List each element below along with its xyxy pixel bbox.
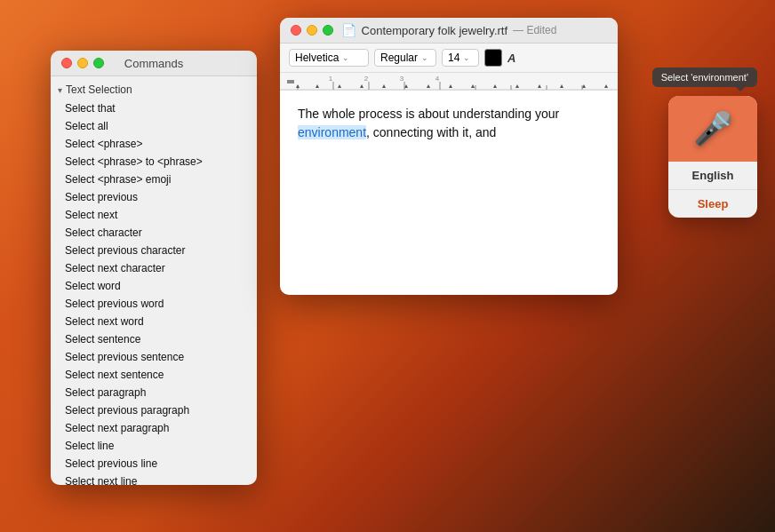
minimize-button[interactable] <box>77 58 88 68</box>
chevron-icon: ▾ <box>58 85 62 95</box>
list-item[interactable]: Select that <box>51 99 257 117</box>
size-selector[interactable]: 14 ⌄ <box>442 49 479 67</box>
svg-text:2: 2 <box>364 75 369 83</box>
list-item[interactable]: Select next line <box>51 472 257 485</box>
svg-text:1: 1 <box>329 75 333 83</box>
commands-list: ▾ Text Selection Select thatSelect allSe… <box>51 76 257 485</box>
list-item[interactable]: Select next paragraph <box>51 419 257 437</box>
svg-rect-30 <box>287 80 294 83</box>
list-item[interactable]: Select next sentence <box>51 366 257 384</box>
list-item[interactable]: Select <phrase> to <phrase> <box>51 153 257 171</box>
doc-titlebar: 📄 Contemporary folk jewelry.rtf — Edited <box>280 18 618 44</box>
list-item[interactable]: Select previous <box>51 188 257 206</box>
list-item[interactable]: Select previous line <box>51 455 257 472</box>
font-selector[interactable]: Helvetica ⌄ <box>289 49 369 67</box>
list-item[interactable]: Select <phrase> emoji <box>51 171 257 188</box>
voice-language[interactable]: English <box>668 162 757 190</box>
edited-badge: — Edited <box>513 24 556 36</box>
mic-area[interactable]: 🎤 <box>668 96 757 162</box>
doc-toolbar: Helvetica ⌄ Regular ⌄ 14 ⌄ A <box>280 44 618 73</box>
list-item[interactable]: Select all <box>51 117 257 135</box>
list-item[interactable]: Select next character <box>51 259 257 277</box>
commands-title: Commands <box>124 57 183 70</box>
text-after: , connecting with it, and <box>366 125 496 139</box>
list-item[interactable]: Select previous character <box>51 242 257 259</box>
ruler-svg: 1 2 3 4 <box>280 73 618 91</box>
close-button[interactable] <box>61 58 72 68</box>
font-style: Regular <box>380 52 418 64</box>
commands-window: Commands ▾ Text Selection Select thatSel… <box>51 51 257 485</box>
doc-title: 📄 Contemporary folk jewelry.rtf — Edited <box>341 23 557 37</box>
highlighted-word: environment <box>298 125 366 139</box>
doc-content[interactable]: The whole process is about understanding… <box>280 91 618 295</box>
list-item[interactable]: Select <phrase> <box>51 135 257 153</box>
style-selector[interactable]: Regular ⌄ <box>374 49 436 67</box>
voice-sleep-button[interactable]: Sleep <box>668 190 757 218</box>
doc-window: 📄 Contemporary folk jewelry.rtf — Edited… <box>280 18 618 295</box>
doc-filename: Contemporary folk jewelry.rtf <box>362 24 507 37</box>
font-chevron-icon: ⌄ <box>342 53 349 62</box>
doc-maximize-button[interactable] <box>323 25 333 36</box>
section-label: Text Selection <box>66 83 132 96</box>
italic-button[interactable]: A <box>507 52 515 65</box>
font-size: 14 <box>448 52 459 64</box>
voice-tooltip: Select 'environment' <box>652 67 757 87</box>
font-name: Helvetica <box>295 52 339 64</box>
list-item[interactable]: Select paragraph <box>51 384 257 401</box>
size-chevron-icon: ⌄ <box>463 53 470 62</box>
list-item[interactable]: Select word <box>51 277 257 295</box>
list-item[interactable]: Select sentence <box>51 330 257 348</box>
svg-text:3: 3 <box>400 75 404 83</box>
color-swatch[interactable] <box>484 49 502 67</box>
desktop: Commands ▾ Text Selection Select thatSel… <box>0 0 775 532</box>
list-item[interactable]: Select next word <box>51 313 257 330</box>
list-item[interactable]: Select character <box>51 224 257 242</box>
svg-text:4: 4 <box>435 75 440 83</box>
section-header: ▾ Text Selection <box>51 80 257 99</box>
doc-minimize-button[interactable] <box>307 25 317 36</box>
maximize-button[interactable] <box>93 58 104 68</box>
style-chevron-icon: ⌄ <box>421 53 428 62</box>
commands-titlebar: Commands <box>51 51 257 76</box>
list-item[interactable]: Select previous paragraph <box>51 401 257 419</box>
list-item[interactable]: Select next <box>51 206 257 224</box>
voice-widget: Select 'environment' 🎤 English Sleep <box>668 96 757 218</box>
list-item[interactable]: Select previous sentence <box>51 348 257 366</box>
doc-icon: 📄 <box>341 23 356 37</box>
list-item[interactable]: Select previous word <box>51 295 257 313</box>
doc-close-button[interactable] <box>291 25 301 36</box>
doc-ruler: 1 2 3 4 <box>280 73 618 91</box>
microphone-icon: 🎤 <box>693 110 733 147</box>
list-item[interactable]: Select line <box>51 437 257 455</box>
text-before: The whole process is about understanding… <box>298 107 559 121</box>
